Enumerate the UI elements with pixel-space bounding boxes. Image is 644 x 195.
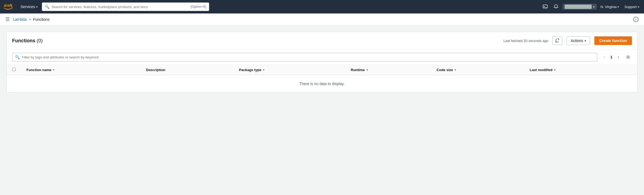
services-chevron-icon: ▾: [36, 5, 38, 8]
last-fetched-label: Last fetched 20 seconds ago: [503, 39, 548, 43]
info-icon-button[interactable]: i: [633, 17, 639, 22]
select-all-checkbox[interactable]: [12, 68, 16, 71]
sort-icon-runtime[interactable]: ▾: [367, 68, 368, 71]
account-menu-button[interactable]: ▾: [562, 4, 597, 10]
panel-header: Functions (0) Last fetched 20 seconds ag…: [7, 32, 637, 50]
support-label: Support: [624, 5, 637, 9]
breadcrumb: Lambda > Functions: [13, 17, 49, 22]
support-menu-button[interactable]: Support ▾: [623, 4, 641, 10]
cloudshell-icon-button[interactable]: [541, 2, 550, 11]
region-label: N. Virginia: [601, 5, 617, 9]
breadcrumb-lambda-link[interactable]: Lambda: [13, 17, 27, 22]
sort-icon-last-modified[interactable]: ▾: [554, 68, 555, 71]
search-icon: 🔍: [45, 5, 49, 9]
th-package-type: Package type ▾: [233, 65, 345, 75]
account-id-display: [565, 5, 592, 9]
svg-rect-0: [543, 5, 547, 8]
th-last-modified: Last modified ▾: [524, 65, 637, 75]
no-data-row: There is no data to display.: [7, 75, 637, 92]
table-body: There is no data to display.: [7, 75, 637, 92]
search-shortcut: [Option+S]: [191, 5, 206, 9]
actions-button[interactable]: Actions ▾: [567, 36, 590, 45]
sort-icon-function-name[interactable]: ▾: [53, 68, 54, 71]
no-data-message: There is no data to display.: [7, 75, 637, 92]
filter-row: 🔍 ‹ 1 ›: [7, 50, 637, 65]
gear-icon: [626, 55, 630, 59]
region-selector-button[interactable]: N. Virginia ▾: [599, 4, 621, 10]
functions-panel: Functions (0) Last fetched 20 seconds ag…: [6, 32, 638, 93]
aws-logo[interactable]: [3, 3, 14, 11]
refresh-icon: [555, 39, 560, 43]
th-function-name: Function name ▾: [21, 65, 141, 75]
sort-icon-package-type[interactable]: ▾: [263, 68, 264, 71]
refresh-button[interactable]: [553, 36, 562, 45]
global-search-bar[interactable]: 🔍 [Option+S]: [42, 2, 209, 11]
search-input[interactable]: [52, 5, 189, 9]
nav-right-group: ▾ N. Virginia ▾ Support ▾: [541, 2, 641, 11]
th-description: Description: [141, 65, 233, 75]
services-button[interactable]: Services ▾: [18, 4, 40, 10]
actions-label: Actions: [571, 39, 583, 43]
account-chevron-icon: ▾: [593, 5, 595, 8]
secondary-nav: ☰ Lambda > Functions i: [0, 13, 644, 25]
page-number: 1: [610, 55, 612, 59]
functions-table: Function name ▾ Description Package type…: [7, 65, 637, 92]
breadcrumb-separator: >: [29, 17, 31, 22]
sidebar-toggle-button[interactable]: ☰: [5, 16, 10, 22]
pagination-controls: ‹ 1 ›: [601, 53, 632, 61]
previous-page-button[interactable]: ‹: [601, 53, 608, 61]
sort-icon-code-size[interactable]: ▾: [455, 68, 456, 71]
actions-chevron-icon: ▾: [585, 39, 586, 42]
create-function-button[interactable]: Create function: [594, 36, 632, 45]
filter-input[interactable]: [22, 55, 594, 59]
top-navbar: Services ▾ 🔍 [Option+S] ▾: [0, 0, 644, 13]
th-checkbox: [7, 65, 21, 75]
panel-count: (0): [37, 38, 43, 43]
region-chevron-icon: ▾: [618, 5, 619, 8]
support-chevron-icon: ▾: [638, 5, 639, 8]
table-header: Function name ▾ Description Package type…: [7, 65, 637, 75]
filter-search-icon: 🔍: [15, 55, 20, 59]
svg-point-2: [628, 57, 629, 58]
th-runtime: Runtime ▾: [345, 65, 431, 75]
filter-input-wrap[interactable]: 🔍: [12, 53, 597, 61]
preferences-icon-button[interactable]: [624, 53, 632, 61]
notifications-icon-button[interactable]: [552, 2, 560, 11]
panel-title: Functions (0): [12, 38, 43, 44]
next-page-button[interactable]: ›: [615, 53, 622, 61]
th-code-size: Code size ▾: [431, 65, 524, 75]
breadcrumb-current: Functions: [33, 17, 50, 22]
main-content: Functions (0) Last fetched 20 seconds ag…: [0, 25, 644, 195]
